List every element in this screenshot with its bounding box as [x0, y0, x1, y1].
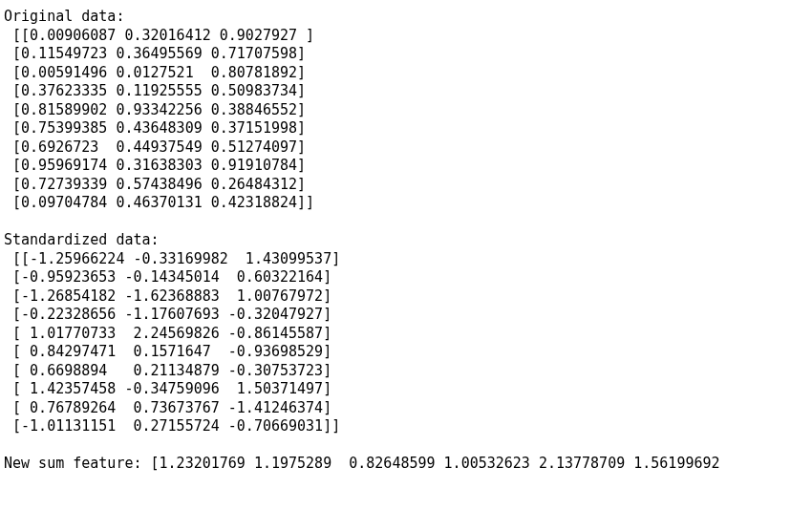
console-output: Original data: [[0.00906087 0.32016412 0… [0, 0, 812, 474]
